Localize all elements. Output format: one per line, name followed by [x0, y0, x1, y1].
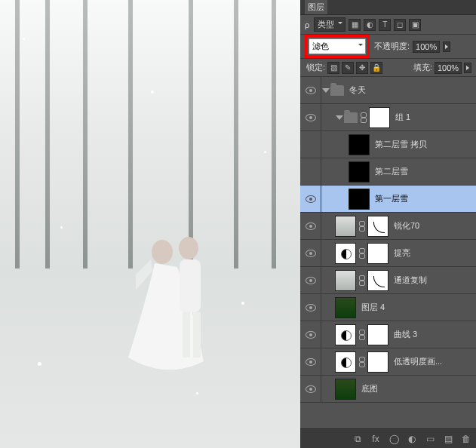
layer-row[interactable]: 冬天 — [300, 77, 476, 104]
layer-name[interactable]: 第一层雪 — [375, 193, 408, 204]
eye-icon — [306, 358, 316, 366]
layer-name[interactable]: 组 1 — [395, 112, 410, 123]
layer-thumb[interactable] — [335, 324, 356, 345]
layer-content: 提亮 — [321, 240, 476, 266]
visibility-toggle[interactable] — [300, 240, 321, 266]
tree — [83, 0, 88, 268]
layer-filter-row: ρ 类型 ▦ ◐ T ◻ ▣ — [300, 15, 476, 35]
layer-name[interactable]: 提亮 — [394, 247, 410, 259]
layer-thumb[interactable] — [335, 379, 356, 400]
eye-icon — [306, 250, 316, 257]
mask-thumb[interactable] — [367, 270, 388, 291]
layer-row[interactable]: 锐化70 — [300, 213, 476, 240]
lock-position-icon[interactable]: ✥ — [356, 62, 368, 74]
adjustment-icon[interactable]: ◐ — [405, 432, 419, 446]
link-icon — [360, 112, 367, 123]
layer-content: 低透明度画... — [321, 348, 476, 375]
layers-list: 冬天组 1第二层雪 拷贝第二层雪第一层雪锐化70提亮通道复制图层 4曲线 3低透… — [300, 77, 476, 428]
folder-icon — [330, 85, 344, 96]
layers-panel: 图层 ρ 类型 ▦ ◐ T ◻ ▣ 滤色 不透明度: 100% 锁定: ▨ ✎ … — [300, 0, 476, 448]
group-toggle-icon[interactable] — [322, 88, 330, 93]
blend-mode-dropdown[interactable]: 滤色 — [309, 38, 366, 54]
layer-name[interactable]: 冬天 — [349, 84, 366, 96]
mask-thumb[interactable] — [367, 216, 388, 237]
filter-smart-icon[interactable]: ▣ — [409, 19, 421, 31]
visibility-toggle[interactable] — [300, 104, 321, 130]
layer-row[interactable]: 图层 4 — [300, 294, 476, 321]
layer-thumb[interactable] — [335, 216, 356, 237]
opacity-scrub[interactable] — [443, 41, 450, 52]
mask-thumb[interactable] — [369, 107, 390, 128]
visibility-toggle[interactable] — [300, 294, 321, 321]
visibility-toggle[interactable] — [300, 77, 321, 103]
layer-row[interactable]: 第二层雪 拷贝 — [300, 131, 476, 158]
visibility-toggle[interactable] — [300, 321, 321, 348]
layer-row[interactable]: 底图 — [300, 376, 476, 403]
layer-row[interactable]: 曲线 3 — [300, 321, 476, 348]
layer-thumb[interactable] — [349, 134, 370, 155]
filter-type-dropdown[interactable]: 类型 — [314, 17, 345, 32]
photo-subjects — [121, 229, 226, 380]
visibility-toggle[interactable] — [300, 158, 321, 185]
filter-pixel-icon[interactable]: ▦ — [349, 19, 361, 31]
layer-name[interactable]: 曲线 3 — [394, 329, 417, 340]
fill-scrub[interactable] — [464, 63, 471, 73]
snow-dot — [38, 362, 41, 366]
layer-thumb[interactable] — [335, 270, 356, 291]
layers-bottom-bar: ⧉ fx ◯ ◐ ▭ ▤ 🗑 — [300, 428, 476, 448]
layer-row[interactable]: 通道复制 — [300, 267, 476, 294]
layer-thumb[interactable] — [335, 297, 356, 318]
layer-name[interactable]: 通道复制 — [394, 275, 427, 286]
layer-name[interactable]: 锐化70 — [394, 220, 419, 232]
link-layers-icon[interactable]: ⧉ — [351, 432, 364, 446]
tab-layers[interactable]: 图层 — [305, 0, 327, 14]
layer-row[interactable]: 提亮 — [300, 240, 476, 267]
lock-pixels-icon[interactable]: ✎ — [342, 62, 354, 74]
lock-all-icon[interactable]: 🔒 — [370, 62, 382, 74]
new-layer-icon[interactable]: ▤ — [441, 432, 455, 446]
canvas-area[interactable] — [0, 0, 300, 448]
layer-name[interactable]: 第二层雪 拷贝 — [375, 139, 427, 150]
filter-adjust-icon[interactable]: ◐ — [364, 19, 376, 31]
layer-name[interactable]: 底图 — [361, 383, 378, 394]
filter-text-icon[interactable]: T — [379, 19, 391, 31]
layer-name[interactable]: 第二层雪 — [375, 166, 408, 177]
group-toggle-icon[interactable] — [336, 115, 343, 120]
layer-thumb[interactable] — [349, 161, 370, 183]
visibility-toggle[interactable] — [300, 213, 321, 239]
layer-content: 冬天 — [321, 77, 476, 103]
layer-row[interactable]: 第一层雪 — [300, 186, 476, 213]
eye-icon — [306, 222, 316, 230]
fill-input[interactable]: 100% — [435, 62, 462, 74]
visibility-toggle[interactable] — [300, 186, 321, 212]
fx-icon[interactable]: fx — [369, 432, 382, 446]
filter-shape-icon[interactable]: ◻ — [394, 19, 406, 31]
svg-point-1 — [179, 237, 198, 259]
layer-thumb[interactable] — [335, 243, 356, 264]
mask-thumb[interactable] — [367, 351, 388, 373]
layer-thumb[interactable] — [335, 351, 356, 373]
mask-thumb[interactable] — [367, 324, 388, 345]
lock-transparent-icon[interactable]: ▨ — [327, 62, 339, 74]
layer-content: 通道复制 — [321, 267, 476, 293]
layer-content: 锐化70 — [321, 213, 476, 239]
group-icon[interactable]: ▭ — [423, 432, 437, 446]
visibility-toggle[interactable] — [300, 348, 321, 375]
snow-dot — [196, 392, 198, 394]
mask-icon[interactable]: ◯ — [387, 432, 401, 446]
trash-icon[interactable]: 🗑 — [459, 432, 473, 446]
opacity-input[interactable]: 100% — [413, 41, 440, 53]
snow-dot — [264, 151, 266, 153]
visibility-toggle[interactable] — [300, 131, 321, 158]
layer-row[interactable]: 第二层雪 — [300, 158, 476, 186]
blend-row: 滤色 不透明度: 100% — [300, 35, 476, 59]
visibility-toggle[interactable] — [300, 376, 321, 402]
mask-thumb[interactable] — [367, 243, 388, 264]
layer-row[interactable]: 低透明度画... — [300, 348, 476, 376]
layer-name[interactable]: 低透明度画... — [394, 356, 442, 367]
visibility-toggle[interactable] — [300, 267, 321, 293]
link-icon — [358, 248, 366, 259]
layer-name[interactable]: 图层 4 — [361, 302, 385, 313]
layer-thumb[interactable] — [349, 189, 370, 210]
layer-row[interactable]: 组 1 — [300, 104, 476, 131]
